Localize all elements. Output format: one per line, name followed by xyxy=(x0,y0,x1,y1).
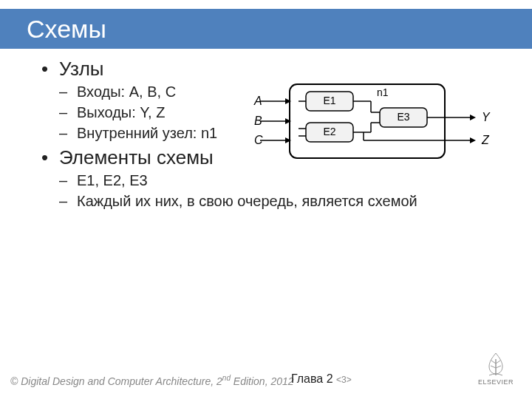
svg-marker-23 xyxy=(470,137,476,143)
publisher-name: ELSEVIER xyxy=(476,378,516,386)
slide: Схемы Узлы Входы: A, B, C Выходы: Y, Z В… xyxy=(0,0,532,399)
label-n1: n1 xyxy=(377,86,389,98)
svg-marker-20 xyxy=(470,115,476,120)
title-bar: Схемы xyxy=(0,9,532,49)
bullet-nodes-heading: Узлы xyxy=(59,58,104,80)
copyright-pre: © Digital Design and Computer Architectu… xyxy=(10,375,222,387)
svg-line-27 xyxy=(496,361,500,364)
elsevier-tree-icon xyxy=(482,350,510,377)
label-Y: Y xyxy=(482,111,491,123)
svg-line-26 xyxy=(491,361,496,364)
element-E3-label: E3 xyxy=(397,111,409,123)
bullet-elements-heading: Элементы схемы xyxy=(59,146,214,168)
svg-line-29 xyxy=(496,366,501,368)
slide-title: Схемы xyxy=(27,15,106,44)
copyright-text: © Digital Design and Computer Architectu… xyxy=(10,374,294,387)
element-E1-label: E1 xyxy=(323,95,335,106)
circuit-diagram: E1 E2 E3 xyxy=(238,77,497,166)
publisher-logo: ELSEVIER xyxy=(476,350,516,386)
subbullet-element-note: Каждый их них, в свою очередь, является … xyxy=(59,193,499,210)
label-A: A xyxy=(253,95,262,107)
copyright-post: Edition, 2012 xyxy=(231,375,294,387)
label-B: B xyxy=(254,115,262,127)
svg-line-28 xyxy=(491,366,496,368)
subbullet-element-list: E1, E2, E3 xyxy=(59,172,499,189)
footer: © Digital Design and Computer Architectu… xyxy=(0,362,532,392)
chapter-label: Глава 2 <3> xyxy=(291,372,352,386)
label-Z: Z xyxy=(481,134,490,146)
element-E2-label: E2 xyxy=(323,126,335,137)
slide-number: <3> xyxy=(336,375,352,385)
copyright-sup: nd xyxy=(222,374,231,382)
label-C: C xyxy=(254,134,263,146)
chapter-text: Глава 2 xyxy=(291,372,336,385)
